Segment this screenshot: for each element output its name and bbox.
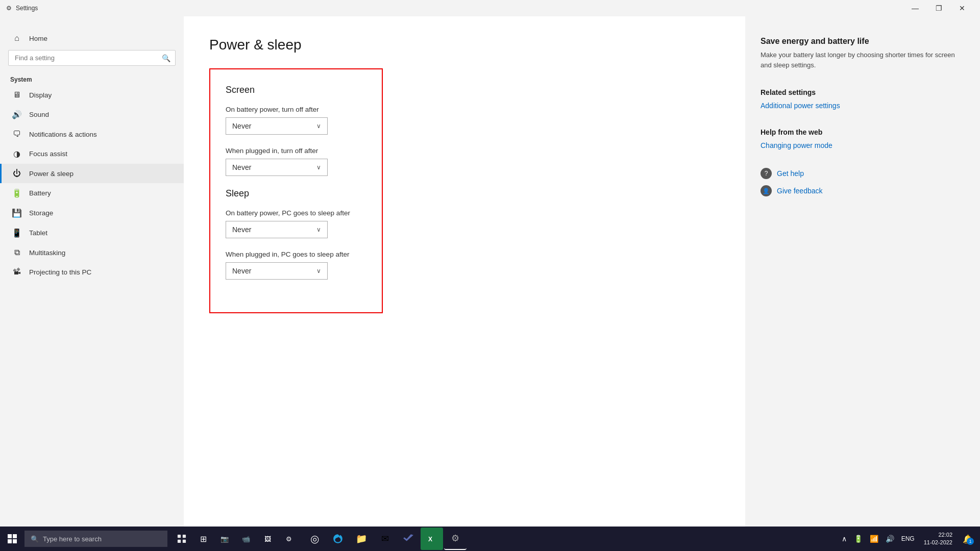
battery-screen-label: On battery power, turn off after — [226, 106, 366, 113]
plugged-sleep-dropdown-wrapper: When plugged in, PC goes to sleep after … — [226, 251, 366, 280]
battery-sleep-value: Never — [232, 226, 251, 234]
get-help-link[interactable]: ? Get help — [761, 168, 965, 179]
notification-center-button[interactable]: 🔔 1 — [960, 531, 976, 547]
sidebar-item-label-display: Display — [29, 91, 52, 99]
volume-icon: 🔊 — [884, 533, 896, 545]
additional-power-link-text: Additional power settings — [761, 102, 840, 110]
minimize-button[interactable]: — — [903, 0, 927, 16]
sidebar-item-tablet[interactable]: 📱 Tablet — [0, 223, 184, 243]
display-icon: 🖥 — [12, 90, 22, 99]
sidebar-item-label-storage: Storage — [29, 209, 53, 217]
taskbar-app-edge[interactable] — [327, 528, 349, 550]
get-help-icon: ? — [761, 168, 772, 179]
get-help-label: Get help — [777, 169, 804, 178]
sidebar-item-multitasking[interactable]: ⧉ Multitasking — [0, 243, 184, 262]
sidebar-item-storage[interactable]: 💾 Storage — [0, 203, 184, 223]
start-button[interactable] — [0, 527, 24, 551]
clock-time: 22:02 — [924, 531, 952, 539]
sidebar-item-label-multitasking: Multitasking — [29, 249, 65, 257]
sidebar-item-projecting[interactable]: 📽 Projecting to this PC — [0, 262, 184, 282]
sidebar-header — [0, 16, 184, 29]
tray-chevron-icon[interactable]: ∧ — [840, 533, 849, 545]
save-energy-desc: Make your battery last longer by choosin… — [761, 50, 965, 70]
taskbar-app-mail[interactable]: ✉ — [374, 528, 396, 550]
close-button[interactable]: ✕ — [950, 0, 974, 16]
give-feedback-label: Give feedback — [777, 187, 823, 195]
clock-date: 11-02-2022 — [924, 539, 952, 546]
plugged-screen-value: Never — [232, 163, 251, 171]
sidebar-item-notifications[interactable]: 🗨 Notifications & actions — [0, 124, 184, 144]
page-title: Power & sleep — [209, 37, 720, 53]
network-icon: 📶 — [868, 533, 880, 545]
plugged-screen-chevron: ∨ — [316, 164, 321, 171]
sidebar-item-home[interactable]: ⌂ Home — [0, 29, 184, 48]
svg-rect-5 — [183, 535, 186, 538]
focus-icon: ◑ — [12, 149, 22, 159]
related-settings-title: Related settings — [761, 88, 965, 96]
search-input[interactable] — [8, 50, 176, 66]
tray-clock[interactable]: 22:02 11-02-2022 — [920, 529, 957, 549]
main-content: Power & sleep Screen On battery power, t… — [184, 16, 745, 527]
battery-screen-dropdown[interactable]: Never ∨ — [226, 117, 328, 135]
taskbar: 🔍 Type here to search ⊞ 📷 📹 🖼 ⚙ ◎ 📁 ✉ — [0, 527, 980, 551]
settings-title-icon: ⚙ — [6, 5, 12, 12]
taskbar-app-files[interactable]: 📁 — [350, 528, 373, 550]
sidebar-item-label-sound: Sound — [29, 111, 49, 118]
plugged-sleep-chevron: ∨ — [316, 267, 321, 274]
sidebar-item-label-notifications: Notifications & actions — [29, 131, 97, 138]
sidebar-item-power[interactable]: ⏻ Power & sleep — [0, 164, 184, 183]
app-body: ⌂ Home 🔍 System 🖥 Display 🔊 Sound 🗨 Noti… — [0, 16, 980, 527]
additional-power-link[interactable]: Additional power settings — [761, 102, 965, 110]
changing-power-link-text: Changing power mode — [761, 141, 832, 149]
battery-tray-icon: 🔋 — [852, 533, 865, 545]
plugged-screen-label: When plugged in, turn off after — [226, 147, 366, 155]
svg-rect-4 — [178, 535, 181, 538]
battery-sleep-dropdown[interactable]: Never ∨ — [226, 221, 328, 238]
lang-label: ENG — [899, 533, 917, 544]
maximize-button[interactable]: ❐ — [927, 0, 950, 16]
plugged-screen-dropdown[interactable]: Never ∨ — [226, 159, 328, 176]
plugged-sleep-dropdown[interactable]: Never ∨ — [226, 262, 328, 280]
power-icon: ⏻ — [12, 169, 22, 178]
taskbar-app-excel[interactable]: X — [421, 528, 443, 550]
sidebar-item-focus[interactable]: ◑ Focus assist — [0, 144, 184, 164]
storage-icon: 💾 — [12, 208, 22, 218]
sleep-heading: Sleep — [226, 188, 366, 199]
get-help-section: ? Get help 👤 Give feedback — [761, 168, 965, 196]
home-icon: ⌂ — [12, 34, 22, 43]
changing-power-link[interactable]: Changing power mode — [761, 141, 965, 149]
photo-button[interactable]: 🖼 — [257, 529, 278, 549]
sidebar-search: 🔍 — [8, 50, 176, 66]
title-bar: ⚙ Settings — ❐ ✕ — [0, 0, 980, 16]
task-view-button[interactable] — [172, 529, 192, 549]
sidebar-item-label-home: Home — [29, 35, 47, 42]
sidebar-item-battery[interactable]: 🔋 Battery — [0, 183, 184, 203]
taskbar-icons: ⊞ 📷 📹 🖼 ⚙ — [172, 529, 299, 549]
help-from-web-title: Help from the web — [761, 128, 965, 136]
right-panel: Save energy and battery life Make your b… — [745, 16, 980, 527]
sidebar-item-display[interactable]: 🖥 Display — [0, 85, 184, 105]
title-bar-controls: — ❐ ✕ — [903, 0, 974, 16]
camera-button[interactable]: 📷 — [214, 529, 235, 549]
plugged-sleep-label: When plugged in, PC goes to sleep after — [226, 251, 366, 258]
svg-rect-2 — [8, 539, 12, 543]
sidebar-item-sound[interactable]: 🔊 Sound — [0, 105, 184, 124]
give-feedback-link[interactable]: 👤 Give feedback — [761, 185, 965, 196]
sidebar: ⌂ Home 🔍 System 🖥 Display 🔊 Sound 🗨 Noti… — [0, 16, 184, 527]
help-from-web-section: Help from the web Changing power mode — [761, 128, 965, 149]
save-energy-section: Save energy and battery life Make your b… — [761, 37, 965, 70]
taskbar-search[interactable]: 🔍 Type here to search — [24, 531, 167, 547]
sidebar-item-label-tablet: Tablet — [29, 229, 47, 237]
battery-sleep-dropdown-wrapper: On battery power, PC goes to sleep after… — [226, 209, 366, 238]
taskbar-apps: ◎ 📁 ✉ X ⚙ — [303, 528, 467, 550]
taskbar-app-settings[interactable]: ⚙ — [444, 528, 467, 550]
battery-icon: 🔋 — [12, 188, 22, 198]
battery-screen-dropdown-wrapper: On battery power, turn off after Never ∨ — [226, 106, 366, 135]
video-button[interactable]: 📹 — [236, 529, 256, 549]
sidebar-item-label-focus: Focus assist — [29, 150, 67, 158]
taskbar-app-vscode[interactable] — [397, 528, 420, 550]
battery-sleep-label: On battery power, PC goes to sleep after — [226, 209, 366, 217]
taskbar-app-search[interactable]: ◎ — [303, 528, 326, 550]
tools-button[interactable]: ⚙ — [279, 529, 299, 549]
widgets-button[interactable]: ⊞ — [193, 529, 213, 549]
